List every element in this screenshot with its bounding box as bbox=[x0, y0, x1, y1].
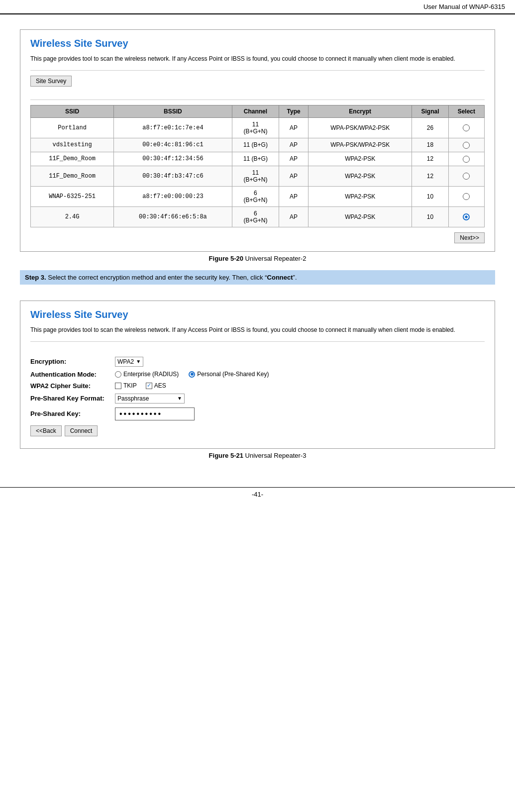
col-bssid: BSSID bbox=[114, 105, 232, 118]
table-row: vdsltesting 00:e0:4c:81:96:c1 11 (B+G) A… bbox=[31, 138, 485, 152]
cell-encrypt: WPA-PSK/WPA2-PSK bbox=[309, 118, 412, 138]
cell-signal: 26 bbox=[412, 118, 448, 138]
tkip-option[interactable]: TKIP bbox=[115, 382, 137, 389]
encryption-select-value: WPA2 bbox=[117, 358, 134, 365]
tkip-checkbox[interactable] bbox=[115, 383, 121, 389]
cell-select[interactable] bbox=[448, 186, 484, 206]
select-radio[interactable] bbox=[463, 193, 470, 200]
form-row-psk-format: Pre-Shared Key Format: Passphrase ▼ bbox=[30, 394, 485, 404]
col-type: Type bbox=[279, 105, 309, 118]
encryption-label: Encryption: bbox=[30, 358, 115, 365]
auth-mode-options: Enterprise (RADIUS) Personal (Pre-Shared… bbox=[115, 371, 275, 378]
col-select: Select bbox=[448, 105, 484, 118]
cell-ssid: 2.4G bbox=[31, 206, 114, 227]
cell-type: AP bbox=[279, 118, 309, 138]
step-3-text: Select the correct encryption method and… bbox=[48, 274, 267, 281]
cell-ssid: 11F_Demo_Room bbox=[31, 152, 114, 166]
cell-ssid: WNAP-6325-251 bbox=[31, 186, 114, 206]
auth-personal-label: Personal (Pre-Shared Key) bbox=[197, 371, 269, 378]
step-3-connect-bold: Connect bbox=[267, 274, 293, 281]
select-radio[interactable] bbox=[463, 142, 470, 149]
cell-bssid: 00:30:4f:b3:47:c6 bbox=[114, 166, 232, 186]
cell-bssid: a8:f7:e0:1c:7e:e4 bbox=[114, 118, 232, 138]
step-3-label: Step 3. bbox=[25, 274, 46, 281]
figure-20-caption: Figure 5-20 Universal Repeater-2 bbox=[20, 255, 495, 262]
back-button[interactable]: <<Back bbox=[30, 425, 62, 436]
psk-format-select[interactable]: Passphrase ▼ bbox=[115, 394, 185, 404]
col-signal: Signal bbox=[412, 105, 448, 118]
auth-enterprise-label: Enterprise (RADIUS) bbox=[123, 371, 179, 378]
cell-bssid: 00:30:4f:12:34:56 bbox=[114, 152, 232, 166]
site-survey-button[interactable]: Site Survey bbox=[30, 76, 72, 87]
select-radio[interactable] bbox=[463, 124, 470, 131]
form-row-auth: Authentication Mode: Enterprise (RADIUS)… bbox=[30, 371, 485, 378]
cell-encrypt: WPA2-PSK bbox=[309, 166, 412, 186]
figure-20-title: Wireless Site Survey bbox=[30, 38, 485, 49]
select-radio[interactable] bbox=[463, 173, 470, 180]
cell-channel: 11 (B+G) bbox=[232, 152, 279, 166]
table-row: WNAP-6325-251 a8:f7:e0:00:00:23 6(B+G+N)… bbox=[31, 186, 485, 206]
col-ssid: SSID bbox=[31, 105, 114, 118]
figure-21-caption: Figure 5-21 Universal Repeater-3 bbox=[20, 452, 495, 459]
cell-select[interactable] bbox=[448, 152, 484, 166]
auth-enterprise-option[interactable]: Enterprise (RADIUS) bbox=[115, 371, 179, 378]
select-radio[interactable] bbox=[463, 156, 470, 163]
cell-channel: 6(B+G+N) bbox=[232, 206, 279, 227]
cell-channel: 11(B+G+N) bbox=[232, 166, 279, 186]
col-encrypt: Encrypt bbox=[309, 105, 412, 118]
table-row: 2.4G 00:30:4f:66:e6:5:8a 6(B+G+N) AP WPA… bbox=[31, 206, 485, 227]
figure-20-box: Wireless Site Survey This page provides … bbox=[20, 29, 495, 252]
cipher-suite-label: WPA2 Cipher Suite: bbox=[30, 382, 115, 390]
cell-select[interactable] bbox=[448, 138, 484, 152]
cell-encrypt: WPA-PSK/WPA2-PSK bbox=[309, 138, 412, 152]
encryption-value: WPA2 ▼ bbox=[115, 357, 143, 367]
figure-20-desc: This page provides tool to scan the wire… bbox=[30, 54, 485, 63]
cell-type: AP bbox=[279, 138, 309, 152]
psk-key-input[interactable] bbox=[115, 407, 195, 420]
table-row: 11F_Demo_Room 00:30:4f:b3:47:c6 11(B+G+N… bbox=[31, 166, 485, 186]
cell-signal: 10 bbox=[412, 186, 448, 206]
auth-personal-radio[interactable] bbox=[189, 371, 195, 378]
next-button[interactable]: Next>> bbox=[454, 232, 485, 243]
psk-key-value bbox=[115, 407, 195, 420]
auth-enterprise-radio[interactable] bbox=[115, 371, 121, 378]
header-title: User Manual of WNAP-6315 bbox=[423, 3, 505, 10]
auth-personal-option[interactable]: Personal (Pre-Shared Key) bbox=[189, 371, 269, 378]
figure-21-box: Wireless Site Survey This page provides … bbox=[20, 301, 495, 449]
psk-format-arrow-icon: ▼ bbox=[177, 396, 182, 401]
col-channel: Channel bbox=[232, 105, 279, 118]
cell-ssid: vdsltesting bbox=[31, 138, 114, 152]
figure-21-title: Wireless Site Survey bbox=[30, 309, 485, 320]
cell-signal: 12 bbox=[412, 166, 448, 186]
figure-21-desc: This page provides tool to scan the wire… bbox=[30, 325, 485, 334]
cell-channel: 6(B+G+N) bbox=[232, 186, 279, 206]
psk-format-label: Pre-Shared Key Format: bbox=[30, 395, 115, 402]
select-arrow-icon: ▼ bbox=[136, 359, 141, 364]
encryption-select[interactable]: WPA2 ▼ bbox=[115, 357, 143, 367]
page-header: User Manual of WNAP-6315 bbox=[0, 0, 515, 14]
form-row-psk-key: Pre-Shared Key: bbox=[30, 407, 485, 420]
page-footer: -41- bbox=[0, 487, 515, 498]
cell-encrypt: WPA2-PSK bbox=[309, 152, 412, 166]
form-row-encryption: Encryption: WPA2 ▼ bbox=[30, 357, 485, 367]
form-row-cipher: WPA2 Cipher Suite: TKIP AES bbox=[30, 382, 485, 390]
cell-signal: 18 bbox=[412, 138, 448, 152]
table-row: 11F_Demo_Room 00:30:4f:12:34:56 11 (B+G)… bbox=[31, 152, 485, 166]
aes-checkbox[interactable] bbox=[146, 383, 152, 389]
tkip-label: TKIP bbox=[123, 382, 137, 389]
cell-select[interactable] bbox=[448, 118, 484, 138]
cell-encrypt: WPA2-PSK bbox=[309, 206, 412, 227]
cell-select[interactable] bbox=[448, 166, 484, 186]
cell-type: AP bbox=[279, 166, 309, 186]
cell-bssid: 00:e0:4c:81:96:c1 bbox=[114, 138, 232, 152]
auth-mode-label: Authentication Mode: bbox=[30, 371, 115, 378]
aes-option[interactable]: AES bbox=[146, 382, 166, 389]
select-radio-selected[interactable] bbox=[463, 213, 470, 220]
form-row-buttons: <<Back Connect bbox=[30, 425, 485, 436]
figure-21-caption-bold: Figure 5-21 bbox=[209, 452, 243, 459]
cell-channel: 11 (B+G) bbox=[232, 138, 279, 152]
cell-select[interactable] bbox=[448, 206, 484, 227]
cell-signal: 10 bbox=[412, 206, 448, 227]
step-3-row: Step 3. Select the correct encryption me… bbox=[20, 270, 495, 285]
connect-button[interactable]: Connect bbox=[65, 425, 98, 436]
